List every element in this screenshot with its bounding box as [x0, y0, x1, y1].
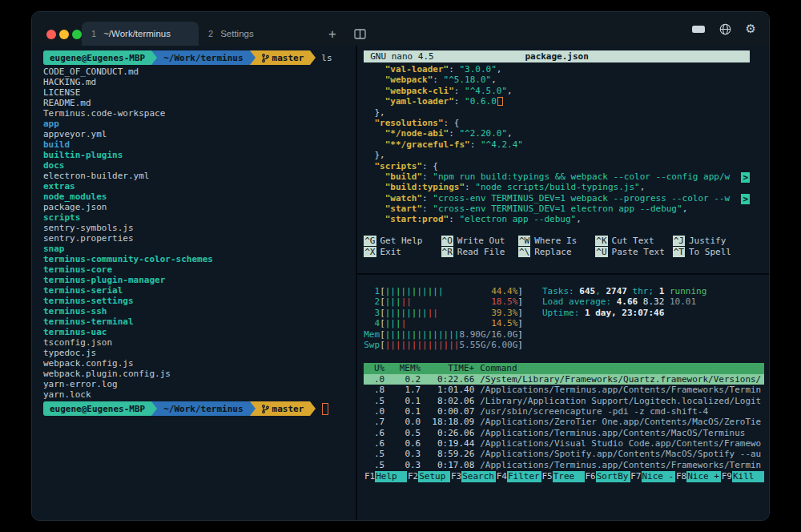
file-entry: terminus-ssh: [43, 306, 356, 316]
fkey-label: Nice -: [642, 471, 676, 482]
process-row[interactable]: .7 0.0 18:18.09 /Applications/ZeroTier O…: [364, 417, 764, 427]
minimize-button[interactable]: [59, 30, 69, 39]
shortcut-label: Paste Text: [612, 247, 665, 257]
split-pane-icon[interactable]: [354, 29, 366, 39]
process-time: 8:02.06: [426, 396, 474, 406]
file-entry: extras: [43, 181, 356, 191]
new-tab-button[interactable]: +: [328, 26, 336, 42]
process-cpu: .0: [364, 406, 384, 417]
process-row[interactable]: .8 1.7 1:01.40 /Applications/Terminus.ap…: [364, 385, 764, 395]
process-row[interactable]: .5 0.3 8:59.26 /Applications/Spotify.app…: [364, 449, 764, 459]
nano-shortcut[interactable]: ^OWrite Out: [441, 236, 518, 247]
file-entry: terminus-terminal: [43, 316, 356, 327]
zoom-button[interactable]: [72, 30, 82, 39]
file-entry: LICENSE: [43, 87, 356, 98]
git-branch-icon: [262, 54, 269, 62]
file-entry: package.json: [43, 202, 356, 212]
nano-shortcut[interactable]: ^XExit: [364, 247, 441, 258]
tab-bar: 1 ~/Work/terminus 2 Settings: [82, 22, 316, 46]
process-rows: .0 0.2 0:22.66 /System/Library/Framework…: [364, 374, 764, 471]
file-entry: webpack.config.js: [43, 358, 356, 369]
file-entry: sentry-symbols.js: [43, 223, 356, 233]
nano-shortcut[interactable]: ^\Replace: [518, 247, 595, 258]
file-entry: docs: [43, 160, 356, 171]
shortcut-key: ^T: [673, 247, 685, 257]
fkey-number: F1: [364, 471, 375, 482]
shortcut-key: ^X: [364, 247, 376, 257]
globe-icon[interactable]: [719, 23, 731, 35]
htop-pane[interactable]: 1[||||||||||| 44.4%] 2[||||| 18.5%] 3[||…: [357, 275, 769, 521]
shell-terminal-pane[interactable]: eugene@Eugenes-MBP ~/Work/terminus maste…: [32, 46, 356, 521]
file-entry: electron-builder.yml: [43, 171, 356, 181]
prompt-user-segment: eugene@Eugenes-MBP: [43, 401, 151, 416]
file-entry: README.md: [43, 98, 356, 108]
file-entry: Terminus.code-workspace: [43, 108, 356, 119]
htop-fkey[interactable]: F1Help: [364, 471, 407, 482]
file-entry: HACKING.md: [43, 77, 356, 87]
file-entry: app: [43, 119, 356, 129]
process-cpu: .7: [364, 417, 384, 427]
process-table-header[interactable]: U% MEM% TIME+ Command: [364, 363, 764, 373]
file-entry: yarn.lock: [43, 389, 356, 400]
htop-fkey[interactable]: F8Nice +: [675, 471, 721, 482]
htop-fkey[interactable]: F4Filter: [496, 471, 541, 482]
prompt-git-segment: master: [256, 50, 311, 65]
process-time: 0:00.07: [426, 406, 474, 417]
close-button[interactable]: [46, 30, 56, 39]
process-row[interactable]: .0 0.2 0:22.66 /System/Library/Framework…: [364, 374, 764, 385]
htop-fkey[interactable]: F7Nice -: [630, 471, 676, 482]
shortcut-key: ^G: [364, 236, 376, 246]
powerline-arrow: [310, 50, 316, 65]
nano-shortcut[interactable]: ^RRead File: [441, 247, 518, 258]
htop-fkey[interactable]: F6SortBy: [585, 471, 630, 482]
nano-shortcut[interactable]: ^TTo Spell: [673, 247, 750, 258]
htop-fkey[interactable]: F5Tree: [541, 471, 585, 482]
shortcut-key: ^U: [595, 247, 607, 257]
prompt-line-bottom: eugene@Eugenes-MBP ~/Work/terminus maste…: [43, 401, 356, 416]
settings-gear-icon[interactable]: ⚙: [746, 23, 756, 35]
nano-shortcut[interactable]: ^UPaste Text: [595, 247, 672, 258]
process-cpu: .8: [364, 385, 384, 395]
file-entry: builtin-plugins: [43, 150, 356, 160]
col-mem: MEM%: [390, 363, 421, 373]
fkey-label: Tree: [553, 471, 585, 482]
shortcut-label: Cut Text: [612, 236, 654, 246]
process-command: /Applications/Spotify.app/Contents/MacOS…: [480, 449, 764, 459]
process-cpu: .6: [364, 428, 384, 438]
file-entry: tsconfig.json: [43, 337, 356, 348]
htop-fkey[interactable]: F9Kill: [721, 471, 764, 482]
nano-shortcut[interactable]: ^WWhere Is: [518, 236, 595, 247]
process-mem: 0.3: [390, 460, 421, 470]
prompt-git-segment: master: [256, 401, 311, 416]
file-entry: terminus-community-color-schemes: [43, 254, 356, 264]
process-row[interactable]: .5 0.1 8:02.06 /Library/Application Supp…: [364, 396, 764, 406]
htop-function-key-bar: F1Help F2Setup F3Search F4Filter F5Tree …: [364, 471, 764, 482]
process-time: 18:18.09: [426, 417, 474, 427]
process-row[interactable]: .6 0.6 0:19.44 /Applications/Visual Stud…: [364, 438, 764, 449]
nano-editor-pane[interactable]: GNU nano 4.5 package.json "val-loader": …: [357, 46, 769, 273]
process-row[interactable]: .0 0.1 0:00.07 /usr/sbin/screencapture -…: [364, 406, 764, 417]
prompt-path-segment: ~/Work/terminus: [157, 401, 249, 416]
nano-filename: package.json: [525, 50, 588, 62]
dock-indicator-icon[interactable]: [692, 22, 705, 36]
process-row[interactable]: .6 0.5 0:26.06 /Applications/Terminus.ap…: [364, 428, 764, 438]
fkey-number: F4: [496, 471, 507, 482]
nano-shortcut[interactable]: ^KCut Text: [595, 236, 672, 247]
shortcut-label: Where Is: [534, 236, 577, 246]
powerline-arrow: [151, 50, 157, 65]
fkey-number: F7: [630, 471, 642, 482]
col-cpu: U%: [364, 363, 384, 373]
fkey-label: Setup: [418, 471, 450, 482]
titlebar[interactable]: 1 ~/Work/terminus 2 Settings + ⚙: [32, 12, 769, 46]
process-time: 0:22.66: [426, 374, 474, 385]
shortcut-label: Write Out: [457, 236, 505, 246]
ls-output: CODE_OF_CONDUCT.mdHACKING.mdLICENSEREADM…: [43, 66, 356, 400]
htop-fkey[interactable]: F3Search: [450, 471, 496, 482]
process-row[interactable]: .5 0.3 0:17.08 /Applications/Terminus.ap…: [364, 460, 764, 470]
tab[interactable]: 1 ~/Work/terminus: [82, 22, 199, 46]
htop-fkey[interactable]: F2Setup: [407, 471, 450, 482]
nano-shortcut[interactable]: ^GGet Help: [364, 236, 441, 247]
process-time: 0:17.08: [426, 460, 474, 470]
nano-shortcut[interactable]: ^JJustify: [673, 236, 750, 247]
tab[interactable]: 2 Settings: [199, 22, 316, 46]
